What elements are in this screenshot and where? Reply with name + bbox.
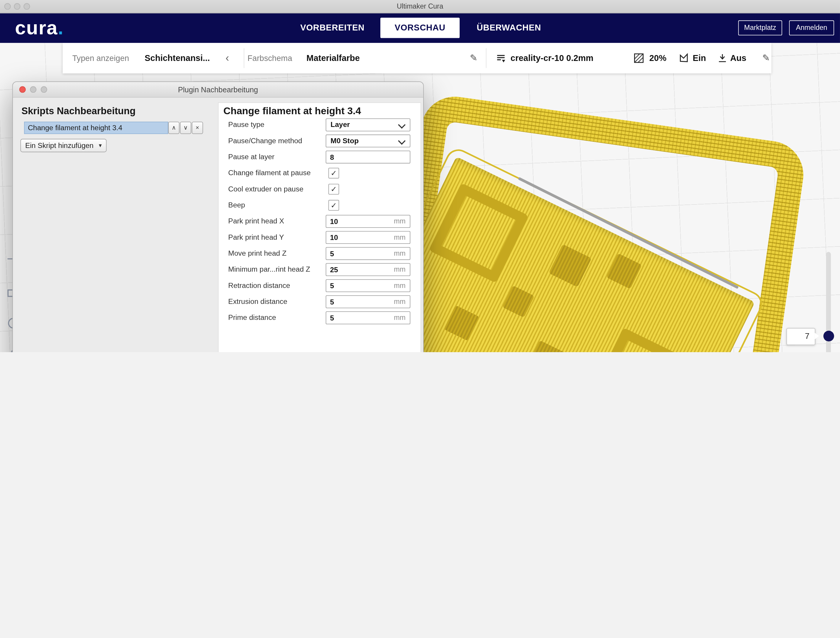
field-label: Change filament at pause bbox=[228, 165, 311, 181]
change-filament-checkbox[interactable]: ✓ bbox=[328, 168, 339, 179]
dialog-titlebar: Plugin Nachbearbeitung bbox=[13, 82, 423, 98]
field-label: Cool extruder on pause bbox=[228, 181, 303, 197]
view-type-label: Typen anzeigen bbox=[73, 43, 129, 73]
support-icon bbox=[679, 53, 689, 65]
field-label: Pause type bbox=[228, 117, 264, 133]
edit-print-settings-pencil-icon[interactable]: ✎ bbox=[762, 43, 770, 73]
add-script-dropdown[interactable]: Ein Skript hinzufügen▾ bbox=[21, 139, 107, 152]
printer-icon bbox=[496, 53, 506, 66]
support-value[interactable]: Ein bbox=[693, 43, 706, 73]
park-y-input[interactable]: mm bbox=[326, 231, 410, 244]
marketplace-button[interactable]: Marktplatz bbox=[738, 21, 782, 35]
current-layer-indicator: 7 bbox=[786, 328, 815, 345]
chevron-left-icon[interactable]: ‹ bbox=[226, 43, 229, 73]
field-label: Minimum par...rint head Z bbox=[228, 261, 310, 277]
edit-color-scheme-pencil-icon[interactable]: ✎ bbox=[470, 43, 477, 73]
field-label: Move print head Z bbox=[228, 245, 287, 261]
check-icon: ✓ bbox=[331, 201, 337, 209]
divider bbox=[486, 48, 486, 68]
field-label: Park print head Y bbox=[228, 230, 284, 245]
view-settings-toolbar: Typen anzeigen Schichtenansi... ‹ Farbsc… bbox=[63, 43, 771, 73]
window-close-button[interactable] bbox=[4, 3, 11, 10]
chevron-down-icon bbox=[398, 137, 406, 145]
move-script-up-button[interactable]: ∧ bbox=[168, 122, 180, 134]
check-icon: ✓ bbox=[331, 185, 337, 193]
remove-script-button[interactable]: × bbox=[192, 122, 203, 134]
field-label: Prime distance bbox=[228, 310, 276, 326]
dialog-close-button[interactable] bbox=[19, 86, 26, 93]
dialog-zoom-button[interactable] bbox=[41, 86, 47, 93]
color-scheme-label: Farbschema bbox=[248, 43, 292, 73]
field-label: Beep bbox=[228, 197, 245, 213]
move-z-input[interactable]: mm bbox=[326, 247, 410, 260]
minimum-park-z-input[interactable]: mm bbox=[326, 263, 410, 276]
pause-at-layer-input[interactable] bbox=[326, 150, 410, 163]
window-zoom-button[interactable] bbox=[24, 3, 30, 10]
window-titlebar: Ultimaker Cura bbox=[0, 0, 840, 13]
pause-method-select[interactable]: M0 Stop bbox=[326, 135, 410, 147]
settings-heading: Change filament at height 3.4 bbox=[223, 105, 361, 117]
signin-button[interactable]: Anmelden bbox=[789, 21, 834, 35]
dialog-minimize-button[interactable] bbox=[30, 86, 36, 93]
post-processing-dialog: Plugin Nachbearbeitung Skripts Nachbearb… bbox=[13, 81, 424, 352]
adhesion-value[interactable]: Aus bbox=[730, 43, 747, 73]
adhesion-icon bbox=[717, 53, 727, 65]
dropdown-arrow-icon: ▾ bbox=[99, 139, 102, 152]
script-settings-panel: Change filament at height 3.4 Pause type… bbox=[218, 102, 421, 352]
extrusion-distance-input[interactable]: mm bbox=[326, 295, 410, 308]
tab-monitor[interactable]: ÜBERWACHEN bbox=[472, 13, 546, 43]
tab-preview[interactable]: VORSCHAU bbox=[381, 18, 459, 38]
view-type-value[interactable]: Schichtenansi... bbox=[145, 43, 210, 73]
field-label: Pause/Change method bbox=[228, 133, 302, 149]
check-icon: ✓ bbox=[331, 169, 337, 177]
window-minimize-button[interactable] bbox=[14, 3, 21, 10]
move-script-down-button[interactable]: ∨ bbox=[180, 122, 191, 134]
field-label: Park print head X bbox=[228, 213, 284, 230]
park-x-input[interactable]: mm bbox=[326, 215, 410, 228]
infill-value[interactable]: 20% bbox=[649, 43, 666, 73]
logo-dot-icon: . bbox=[58, 17, 64, 38]
tab-prepare[interactable]: VORBEREITEN bbox=[294, 13, 371, 43]
divider bbox=[244, 48, 244, 68]
layer-slider-upper-handle[interactable] bbox=[823, 331, 834, 342]
infill-icon bbox=[634, 53, 644, 66]
cool-extruder-checkbox[interactable]: ✓ bbox=[328, 184, 339, 195]
cura-logo: cura. bbox=[15, 13, 64, 43]
prime-distance-input[interactable]: mm bbox=[326, 311, 410, 324]
dialog-title: Plugin Nachbearbeitung bbox=[13, 82, 423, 97]
beep-checkbox[interactable]: ✓ bbox=[328, 200, 339, 211]
cura-app-window: Ultimaker Cura cura. VORBEREITEN VORSCHA… bbox=[0, 0, 840, 352]
retraction-distance-input[interactable]: mm bbox=[326, 279, 410, 292]
scripts-heading: Skripts Nachbearbeitung bbox=[21, 106, 136, 117]
printer-profile[interactable]: creality-cr-10 0.2mm bbox=[510, 43, 593, 73]
window-title: Ultimaker Cura bbox=[0, 0, 840, 13]
script-list-item[interactable]: Change filament at height 3.4 bbox=[24, 122, 168, 134]
field-label: Extrusion distance bbox=[228, 294, 287, 310]
app-header: cura. VORBEREITEN VORSCHAU ÜBERWACHEN Ma… bbox=[0, 13, 840, 43]
color-scheme-value[interactable]: Materialfarbe bbox=[306, 43, 360, 73]
chevron-down-icon bbox=[398, 121, 406, 129]
field-label: Retraction distance bbox=[228, 277, 290, 294]
pause-type-select[interactable]: Layer bbox=[326, 119, 410, 131]
field-label: Pause at layer bbox=[228, 149, 275, 165]
